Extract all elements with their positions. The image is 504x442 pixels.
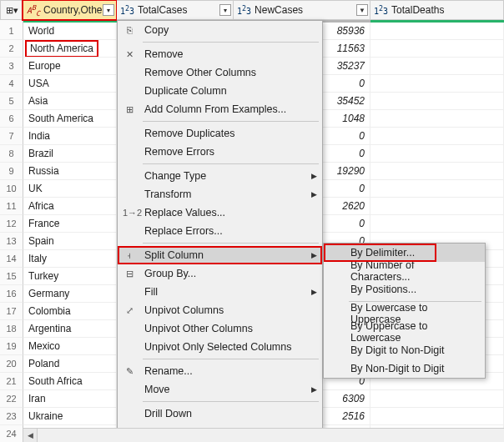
row-number[interactable]: 11 bbox=[0, 198, 23, 215]
cell-country[interactable]: North America bbox=[23, 40, 117, 58]
cell-country[interactable]: Iran bbox=[23, 390, 117, 408]
menu-unpivot-other[interactable]: Unpivot Other Columns bbox=[118, 319, 322, 338]
menu-remove[interactable]: ✕Remove bbox=[118, 45, 322, 63]
cell-totaldeaths[interactable] bbox=[370, 198, 504, 215]
row-number[interactable]: 9 bbox=[0, 163, 23, 180]
menu-unpivot-selected[interactable]: Unpivot Only Selected Columns bbox=[118, 338, 322, 356]
cell-totaldeaths[interactable] bbox=[370, 163, 504, 180]
row-number[interactable]: 7 bbox=[0, 128, 23, 145]
menu-change-type[interactable]: Change Type▶ bbox=[118, 167, 322, 185]
menu-remove-errors[interactable]: Remove Errors bbox=[118, 143, 322, 161]
row-number[interactable]: 23 bbox=[0, 408, 23, 425]
cell-totaldeaths[interactable] bbox=[370, 58, 504, 75]
cell-country[interactable]: Mexico bbox=[23, 338, 117, 355]
row-number[interactable]: 8 bbox=[0, 145, 23, 163]
cell-totaldeaths[interactable] bbox=[370, 75, 504, 93]
row-number[interactable]: 18 bbox=[0, 320, 23, 338]
menu-transform[interactable]: Transform▶ bbox=[118, 185, 322, 203]
row-number[interactable]: 13 bbox=[0, 233, 23, 250]
cell-country[interactable]: South America bbox=[23, 110, 117, 128]
column-dropdown-icon[interactable]: ▾ bbox=[103, 4, 114, 16]
row-number[interactable]: 6 bbox=[0, 110, 23, 128]
cell-totaldeaths[interactable] bbox=[370, 93, 504, 110]
cell-country[interactable]: France bbox=[23, 215, 117, 233]
cell-country[interactable]: Colombia bbox=[23, 303, 117, 320]
cell-country[interactable]: Italy bbox=[23, 250, 117, 268]
row-number[interactable]: 10 bbox=[0, 180, 23, 198]
row-number[interactable]: 4 bbox=[0, 75, 23, 93]
column-header-country[interactable]: ABC Country,Other ▾ bbox=[23, 0, 117, 20]
cell-country[interactable]: USA bbox=[23, 75, 117, 93]
menu-remove-other[interactable]: Remove Other Columns bbox=[118, 63, 322, 82]
row-number[interactable]: 2 bbox=[0, 40, 23, 58]
scroll-left-icon[interactable]: ◀ bbox=[23, 429, 38, 443]
row-number[interactable]: 15 bbox=[0, 268, 23, 285]
cell-country[interactable]: Russia bbox=[23, 163, 117, 180]
row-number[interactable]: 16 bbox=[0, 285, 23, 303]
menu-add-from-examples[interactable]: ⊞Add Column From Examples... bbox=[118, 100, 322, 118]
row-number[interactable]: 17 bbox=[0, 303, 23, 320]
cell-country[interactable]: South Africa bbox=[23, 373, 117, 390]
cell-country[interactable]: Germany bbox=[23, 285, 117, 303]
menu-group-by[interactable]: ⊟Group By... bbox=[118, 264, 322, 283]
group-icon: ⊟ bbox=[123, 269, 136, 279]
cell-country[interactable]: Poland bbox=[23, 355, 117, 373]
column-filter-icon[interactable]: ▼ bbox=[356, 4, 368, 16]
cell-country[interactable]: Argentina bbox=[23, 320, 117, 338]
num-type-icon: 123 bbox=[237, 4, 251, 16]
menu-remove-duplicates[interactable]: Remove Duplicates bbox=[118, 124, 322, 143]
submenu-by-num-chars[interactable]: By Number of Characters... bbox=[324, 262, 485, 280]
cell-totaldeaths[interactable] bbox=[370, 128, 504, 145]
row-number[interactable]: 3 bbox=[0, 58, 23, 75]
submenu-arrow-icon: ▶ bbox=[311, 251, 317, 259]
submenu-upper-to-lower[interactable]: By Uppercase to Lowercase bbox=[324, 323, 485, 341]
cell-totaldeaths[interactable] bbox=[370, 40, 504, 58]
menu-drill-down[interactable]: Drill Down bbox=[118, 404, 322, 423]
submenu-digit-to-nondigit[interactable]: By Digit to Non-Digit bbox=[324, 341, 485, 359]
row-number[interactable]: 14 bbox=[0, 250, 23, 268]
cell-totaldeaths[interactable] bbox=[370, 145, 504, 163]
split-column-submenu: By Delimiter... By Number of Characters.… bbox=[323, 243, 486, 379]
row-number[interactable]: 1 bbox=[0, 23, 23, 40]
row-number[interactable]: 5 bbox=[0, 93, 23, 110]
select-all-corner[interactable]: ⊞▾ bbox=[0, 0, 23, 20]
row-number[interactable]: 12 bbox=[0, 215, 23, 233]
menu-replace-errors[interactable]: Replace Errors... bbox=[118, 222, 322, 240]
menu-copy[interactable]: ⎘Copy bbox=[118, 21, 322, 39]
cell-country[interactable]: India bbox=[23, 128, 117, 145]
horizontal-scrollbar[interactable]: ◀ bbox=[23, 428, 504, 442]
menu-split-column[interactable]: ⫞Split Column▶ bbox=[118, 246, 322, 264]
menu-duplicate[interactable]: Duplicate Column bbox=[118, 82, 322, 100]
cell-totaldeaths[interactable] bbox=[370, 180, 504, 198]
cell-country[interactable]: Turkey bbox=[23, 268, 117, 285]
cell-country[interactable]: Spain bbox=[23, 233, 117, 250]
row-number[interactable]: 22 bbox=[0, 390, 23, 408]
cell-country[interactable]: Europe bbox=[23, 58, 117, 75]
row-number[interactable]: 20 bbox=[0, 355, 23, 373]
column-header-totaldeaths[interactable]: 123 TotalDeaths bbox=[370, 0, 504, 20]
cell-country[interactable]: Brazil bbox=[23, 145, 117, 163]
submenu-by-positions[interactable]: By Positions... bbox=[324, 280, 485, 299]
row-number[interactable]: 19 bbox=[0, 338, 23, 355]
menu-replace-values[interactable]: 1→2Replace Values... bbox=[118, 203, 322, 222]
cell-country[interactable]: UK bbox=[23, 180, 117, 198]
cell-totaldeaths[interactable] bbox=[370, 23, 504, 40]
cell-totaldeaths[interactable] bbox=[370, 110, 504, 128]
column-dropdown-icon[interactable]: ▾ bbox=[219, 4, 231, 16]
row-number[interactable]: 21 bbox=[0, 373, 23, 390]
menu-move[interactable]: Move▶ bbox=[118, 380, 322, 399]
cell-totaldeaths[interactable] bbox=[370, 390, 504, 408]
cell-country[interactable]: Ukraine bbox=[23, 408, 117, 425]
cell-totaldeaths[interactable] bbox=[370, 408, 504, 425]
cell-country[interactable]: Africa bbox=[23, 198, 117, 215]
menu-unpivot[interactable]: ⤢Unpivot Columns bbox=[118, 301, 322, 319]
column-header-totalcases[interactable]: 123 TotalCases ▾ bbox=[117, 0, 234, 20]
menu-rename[interactable]: ✎Rename... bbox=[118, 362, 322, 380]
cell-country[interactable]: World bbox=[23, 23, 117, 40]
column-header-newcases[interactable]: 123 NewCases ▼ bbox=[234, 0, 370, 20]
submenu-nondigit-to-digit[interactable]: By Non-Digit to Digit bbox=[324, 359, 485, 378]
cell-country[interactable]: Asia bbox=[23, 93, 117, 110]
row-number[interactable]: 24 bbox=[0, 425, 23, 442]
cell-totaldeaths[interactable] bbox=[370, 215, 504, 233]
menu-fill[interactable]: Fill▶ bbox=[118, 283, 322, 301]
